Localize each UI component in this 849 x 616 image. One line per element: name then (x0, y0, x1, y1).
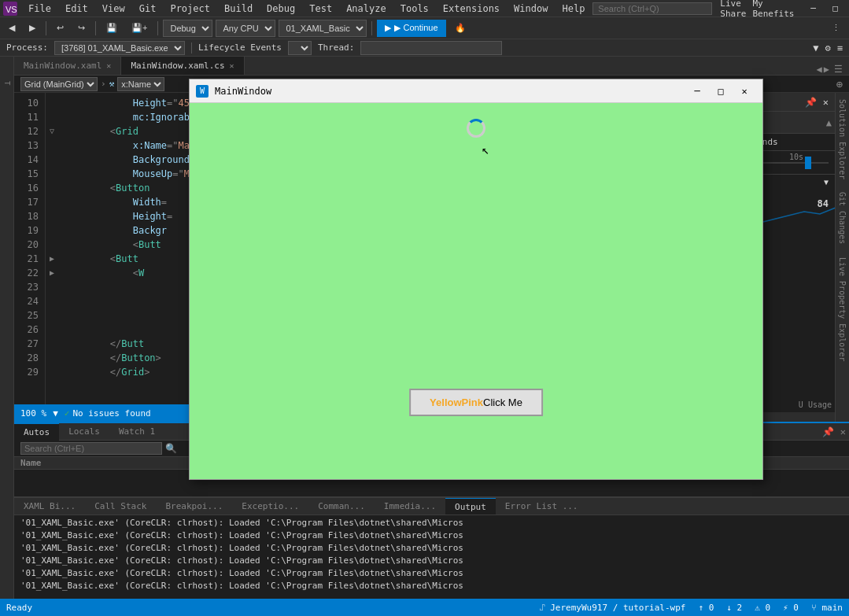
sidebar-git-changes[interactable]: Git Changes (836, 189, 848, 247)
push-count[interactable]: ↑ 0 (698, 603, 714, 613)
team-explorer-icon[interactable]: T (2, 60, 13, 107)
toolbar-settings-btn[interactable]: ⚙ (825, 42, 831, 53)
zoom-dropdown[interactable]: ▼ (53, 408, 58, 419)
toolbar-save[interactable]: 💾 (101, 20, 123, 37)
platform-dropdown[interactable]: Any CPU (216, 20, 275, 37)
wpf-close[interactable]: ✕ (733, 80, 756, 102)
tab-close-1[interactable]: ✕ (230, 61, 234, 70)
git-branch[interactable]: ⑂ main (811, 603, 843, 613)
breadcrumb-arrow: › (101, 79, 106, 89)
tb-sep-3 (157, 21, 158, 35)
tab-scroll-left[interactable]: ◀ (817, 64, 822, 75)
output-tab-xaml[interactable]: XAML Bi... (14, 498, 85, 515)
menu-analyze[interactable]: Analyze (340, 2, 393, 16)
my-benefits-btn[interactable]: My Benefits (752, 0, 794, 19)
collapse-22[interactable]: ▶ (46, 266, 58, 280)
sidebar-live-property[interactable]: Live Property Explorer (836, 254, 848, 364)
wpf-maximize[interactable]: □ (709, 80, 733, 102)
wpf-minimize[interactable]: ─ (685, 80, 709, 102)
process-dropdown[interactable]: [3768] 01_XAML_Basic.exe (54, 41, 185, 55)
no-issues: ✓ No issues found (65, 408, 151, 419)
output-line-2: '01_XAML_Basic.exe' (CoreCLR: clrhost): … (20, 542, 843, 555)
menu-view[interactable]: View (96, 2, 131, 16)
breadcrumb-left-dropdown[interactable]: Grid (MainGrid) (20, 77, 98, 91)
output-tab-exceptions[interactable]: Exceptio... (232, 498, 308, 515)
diag-scroll-up[interactable]: ▲ (826, 117, 832, 128)
menu-tools[interactable]: Tools (394, 2, 435, 16)
live-share-btn[interactable]: Live Share (720, 0, 746, 19)
autos-tab-locals[interactable]: Locals (59, 423, 109, 441)
menu-help[interactable]: Help (556, 2, 591, 16)
menu-project[interactable]: Project (164, 2, 216, 16)
errors-btn[interactable]: ⚠ 0 (755, 603, 770, 613)
check-icon: ✓ (65, 408, 70, 419)
collapse-21[interactable]: ▶ (46, 252, 58, 266)
menu-build[interactable]: Build (218, 2, 259, 16)
tab-close-0[interactable]: ✕ (106, 61, 111, 70)
output-tab-breakpoints[interactable]: Breakpoi... (156, 498, 232, 515)
autos-pin-btn[interactable]: 📌 (819, 426, 837, 437)
warnings-btn[interactable]: ⚡ 0 (783, 603, 799, 613)
toolbar-more[interactable]: ⋮ (826, 20, 846, 37)
toolbar-undo[interactable]: ↩ (51, 20, 69, 37)
autos-search-btn[interactable]: 🔍 (165, 443, 177, 454)
maximize-button[interactable]: □ (824, 0, 846, 17)
toolbar-save-all[interactable]: 💾+ (126, 20, 153, 37)
git-repo-label[interactable]: ⑀ JeremyWu917 / tutorial-wpf (540, 603, 686, 613)
collapse-indicators: ▽ ▶ ▶ (46, 93, 58, 404)
output-tab-immediate[interactable]: Immedia... (375, 498, 445, 515)
close-button[interactable]: ✕ (846, 0, 849, 17)
hot-reload-btn[interactable]: 🔥 (449, 20, 471, 37)
tab-mainwindow-xaml[interactable]: MainWindow.xaml ✕ (14, 57, 121, 75)
autos-close-btn[interactable]: ✕ (837, 426, 849, 437)
wpf-window: W MainWindow ─ □ ✕ ↖ YellowPinkClick Me (189, 79, 763, 480)
diag-close-btn[interactable]: ✕ (823, 97, 829, 108)
toolbar-back[interactable]: ◀ (3, 20, 20, 37)
tab-scroll-right[interactable]: ▶ (824, 64, 829, 75)
menu-window[interactable]: Window (508, 2, 554, 16)
cpu-usage-label: U Usage (799, 400, 832, 409)
menu-git[interactable]: Git (133, 2, 163, 16)
continue-button[interactable]: ▶ ▶ Continue (377, 20, 445, 37)
tab-mainwindow-cs[interactable]: MainWindow.xaml.cs ✕ (121, 57, 244, 75)
menu-test[interactable]: Test (303, 2, 338, 16)
menu-edit[interactable]: Edit (59, 2, 94, 16)
diag-pin-btn[interactable]: 📌 (805, 97, 817, 108)
project-dropdown[interactable]: 01_XAML_Basic (279, 20, 367, 37)
menu-extensions[interactable]: Extensions (437, 2, 506, 16)
tab-menu[interactable]: ☰ (831, 64, 846, 75)
breadcrumb-icon: ⚒ (109, 79, 115, 89)
thread-input[interactable] (360, 41, 502, 55)
minimize-button[interactable]: ─ (802, 0, 824, 17)
output-tab-output[interactable]: Output (445, 498, 496, 515)
timeline-thumb-right[interactable] (805, 157, 811, 169)
output-tab-errorlist[interactable]: Error List ... (496, 498, 588, 515)
menu-file[interactable]: File (22, 2, 57, 16)
add-bookmark-btn[interactable]: ⊕ (836, 78, 843, 90)
sep (191, 42, 192, 53)
toolbar-forward[interactable]: ▶ (24, 20, 41, 37)
menu-right: Live Share My Benefits (720, 0, 794, 19)
wpf-click-button[interactable]: YellowPinkClick Me (409, 389, 543, 416)
status-bar: Ready ⑀ JeremyWu917 / tutorial-wpf ↑ 0 ↓… (0, 599, 849, 616)
output-tab-callstack[interactable]: Call Stack (85, 498, 156, 515)
autos-search-input[interactable] (20, 442, 162, 455)
timeline-label: 10s (789, 153, 803, 161)
autos-tab-autos[interactable]: Autos (14, 423, 59, 441)
menu-debug[interactable]: Debug (260, 2, 301, 16)
breadcrumb-right-dropdown[interactable]: x:Name (117, 77, 164, 91)
sidebar-solution-explorer[interactable]: Solution Explorer (836, 96, 848, 183)
collapse-12[interactable]: ▽ (46, 124, 58, 138)
zoom-level: 100 % (20, 408, 46, 419)
pull-count[interactable]: ↓ 2 (726, 603, 742, 613)
toolbar-filter-btn[interactable]: ▼ (813, 42, 818, 53)
events-expand[interactable]: ▼ (824, 178, 829, 186)
lifecycle-dropdown[interactable] (288, 41, 312, 55)
toolbar-extra-btn[interactable]: ≡ (837, 42, 843, 53)
toolbar-redo[interactable]: ↪ (72, 20, 90, 37)
output-tab-command[interactable]: Comman... (308, 498, 375, 515)
autos-tab-watch[interactable]: Watch 1 (109, 423, 164, 441)
search-input[interactable] (592, 2, 712, 15)
debug-config-dropdown[interactable]: Debug (163, 20, 212, 37)
output-line-0: '01_XAML_Basic.exe' (CoreCLR: clrhost): … (20, 517, 843, 529)
